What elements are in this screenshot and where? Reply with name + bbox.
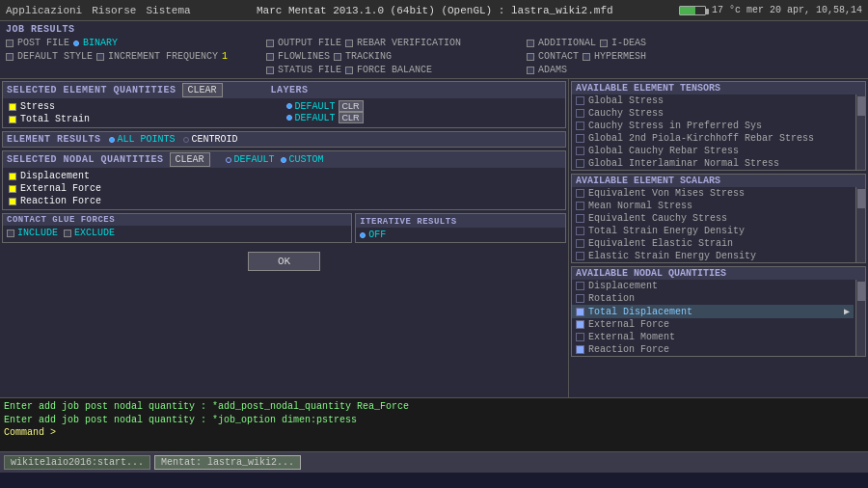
ts-global-stress-cb[interactable]: [576, 96, 584, 105]
menu-risorse[interactable]: Risorse: [92, 5, 136, 16]
tensor-global-2nd-piola[interactable]: Global 2nd Piola-Kirchhoff Rebar Stress: [572, 132, 854, 145]
layer2-clr[interactable]: CLR: [339, 112, 364, 123]
off-radio[interactable]: [360, 232, 366, 238]
all-points-radio[interactable]: [109, 137, 115, 143]
menu-sistema[interactable]: Sistema: [146, 5, 190, 16]
reaction-force-label[interactable]: Reaction Force: [20, 196, 101, 206]
menu-bar-apps[interactable]: Applicazioni Risorse Sistema: [6, 5, 191, 16]
selected-nodal-title: SELECTED NODAL QUANTITIES: [7, 154, 164, 165]
nodal-q-displacement[interactable]: Displacement: [572, 280, 854, 292]
nq-ext-moment-cb[interactable]: [576, 333, 584, 341]
centroid-label[interactable]: CENTROID: [192, 134, 238, 145]
tensor-global-cauchy-rebar[interactable]: Global Cauchy Rebar Stress: [572, 145, 854, 157]
force-balance-cb[interactable]: [345, 67, 353, 74]
ideas-cb[interactable]: [600, 40, 608, 47]
tensor-global-stress[interactable]: Global Stress: [572, 95, 854, 107]
scalar-von-mises[interactable]: Equivalent Von Mises Stress: [572, 187, 854, 200]
tensors-scrollbar[interactable]: [855, 95, 865, 170]
off-label[interactable]: OFF: [368, 230, 386, 240]
left-panel: SELECTED ELEMENT QUANTITIES CLEAR LAYERS…: [0, 79, 569, 397]
ext-force-ind: [9, 185, 16, 193]
nodal-q-ext-moment[interactable]: External Moment: [572, 331, 854, 343]
layer1-dot: [286, 103, 292, 109]
sc-total-strain-cb[interactable]: [576, 227, 584, 235]
binary-label[interactable]: BINARY: [83, 38, 118, 48]
nodal-q-rotation[interactable]: Rotation: [572, 292, 854, 305]
custom-nodal-label[interactable]: CUSTOM: [289, 154, 324, 165]
ts-global-cauchy-rebar-cb[interactable]: [576, 147, 584, 155]
default-nodal-radio[interactable]: [226, 157, 231, 163]
scalar-mean-normal[interactable]: Mean Normal Stress: [572, 200, 854, 212]
exclude-label[interactable]: EXCLUDE: [74, 228, 115, 238]
clear-nodal-button[interactable]: CLEAR: [170, 152, 210, 167]
additional-label: ADDITIONAL: [538, 38, 596, 48]
displacement-label[interactable]: Displacement: [20, 171, 90, 181]
sc-elastic-strain-energy-cb[interactable]: [576, 252, 584, 260]
nodal-q-total-displacement[interactable]: Total Displacement ▶: [572, 305, 854, 318]
sc-equiv-cauchy-cb[interactable]: [576, 214, 584, 223]
ext-force-label[interactable]: External Force: [20, 183, 101, 194]
increment-freq-cb[interactable]: [96, 53, 104, 61]
taskbar-item-2[interactable]: Mentat: lastra_wiki2...: [154, 455, 301, 470]
tensor-cauchy-stress[interactable]: Cauchy Stress: [572, 107, 854, 120]
nodal-scrollbar[interactable]: [855, 280, 865, 356]
layers-label: LAYERS: [267, 84, 312, 96]
ok-button[interactable]: OK: [248, 252, 320, 271]
mouse-cursor-indicator: ▶: [844, 306, 850, 317]
ts-cauchy-preferred-cb[interactable]: [576, 122, 584, 130]
tensors-scroll-thumb[interactable]: [857, 96, 865, 116]
nodal-q-ext-force[interactable]: External Force: [572, 318, 854, 331]
layer2-label[interactable]: DEFAULT: [295, 113, 336, 123]
scalar-elastic-strain-energy[interactable]: Elastic Strain Energy Density: [572, 250, 854, 262]
ts-global-2nd-cb[interactable]: [576, 134, 584, 143]
nq-reaction-force-cb[interactable]: [576, 345, 584, 354]
sc-von-mises-cb[interactable]: [576, 189, 584, 198]
exclude-cb[interactable]: [64, 230, 71, 237]
scalars-scroll-thumb[interactable]: [857, 189, 865, 208]
scalar-total-strain-energy[interactable]: Total Strain Energy Density: [572, 225, 854, 237]
tracking-label: TRACKING: [345, 51, 392, 62]
adams-cb[interactable]: [527, 67, 534, 74]
layer1-clr[interactable]: CLR: [339, 100, 364, 112]
clear-element-button[interactable]: CLEAR: [182, 83, 223, 97]
scalar-equiv-elastic[interactable]: Equivalent Elastic Strain: [572, 237, 854, 250]
nq-rotation-cb[interactable]: [576, 294, 584, 303]
total-strain-label[interactable]: Total Strain: [20, 114, 90, 124]
stress-label[interactable]: Stress: [20, 101, 55, 112]
console-prompt[interactable]: Command >: [4, 427, 864, 438]
rebar-cb[interactable]: [345, 40, 353, 47]
scalars-scrollbar[interactable]: [855, 187, 865, 262]
default-nodal-label[interactable]: DEFAULT: [234, 154, 275, 165]
sc-mean-normal-cb[interactable]: [576, 202, 584, 210]
stress-indicator: [9, 103, 16, 111]
nq-ext-force-cb[interactable]: [576, 320, 584, 329]
ts-cauchy-stress-cb[interactable]: [576, 109, 584, 118]
tracking-cb[interactable]: [334, 53, 341, 61]
output-file-cb[interactable]: [266, 40, 274, 47]
nq-total-disp-cb[interactable]: [576, 308, 584, 316]
hypermesh-cb[interactable]: [583, 53, 590, 61]
centroid-radio[interactable]: [183, 137, 189, 143]
nodal-q-reaction-force[interactable]: Reaction Force: [572, 343, 854, 356]
flowlines-cb[interactable]: [266, 53, 274, 61]
tensor-cauchy-preferred[interactable]: Cauchy Stress in Preferred Sys: [572, 120, 854, 132]
post-file-cb[interactable]: [6, 40, 14, 47]
nq-displacement-cb[interactable]: [576, 282, 584, 290]
status-cb[interactable]: [266, 67, 274, 74]
all-points-label[interactable]: ALL POINTS: [118, 134, 176, 145]
menu-applicazioni[interactable]: Applicazioni: [6, 5, 82, 16]
layer1-label[interactable]: DEFAULT: [295, 101, 336, 112]
contact-cb[interactable]: [527, 53, 534, 61]
custom-nodal-radio[interactable]: [281, 157, 286, 163]
hypermesh-label: HYPERMESH: [594, 51, 646, 62]
include-cb[interactable]: [7, 230, 14, 237]
include-label[interactable]: INCLUDE: [17, 228, 58, 238]
taskbar-item-1[interactable]: wikitelaio2016:start...: [4, 455, 150, 470]
sc-equiv-elastic-cb[interactable]: [576, 239, 584, 248]
ts-global-interlaminar-cb[interactable]: [576, 159, 584, 168]
scalar-equiv-cauchy[interactable]: Equivalent Cauchy Stress: [572, 212, 854, 225]
default-style-cb[interactable]: [6, 53, 14, 61]
nodal-scroll-thumb[interactable]: [857, 282, 865, 301]
additional-cb[interactable]: [527, 40, 534, 47]
tensor-global-interlaminar[interactable]: Global Interlaminar Normal Stress: [572, 157, 854, 170]
